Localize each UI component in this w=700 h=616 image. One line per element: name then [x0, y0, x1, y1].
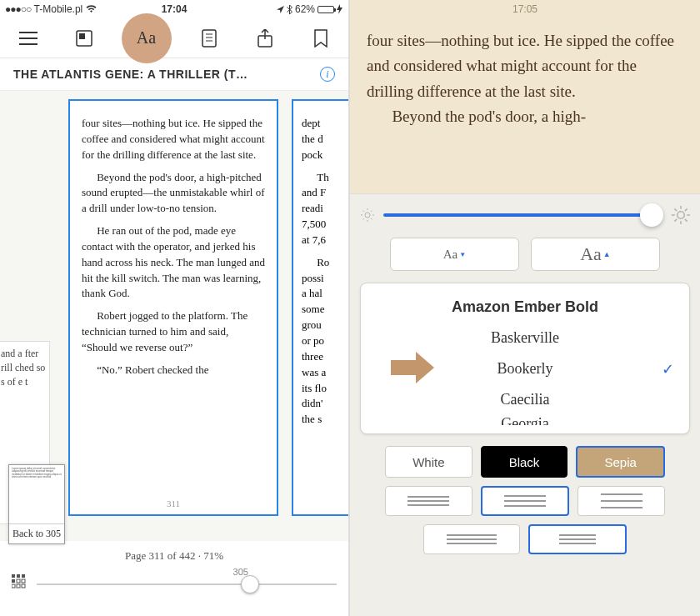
caret-up-icon: ▲: [603, 250, 611, 258]
svg-line-28: [685, 219, 688, 222]
svg-line-30: [685, 208, 688, 211]
right-status-time: 17:05: [350, 0, 700, 18]
spacing-tight-button[interactable]: [385, 486, 472, 516]
font-picker: Amazon Ember BoldBaskervilleBookerly✓Cae…: [360, 283, 690, 434]
display-settings-panel: Aa▼ Aa▲ Amazon Ember BoldBaskervilleBook…: [350, 193, 700, 616]
svg-line-27: [674, 208, 677, 211]
spacing-row: [385, 486, 665, 516]
svg-line-20: [363, 218, 365, 220]
font-option-amazon-ember-bold[interactable]: Amazon Ember Bold: [361, 292, 689, 323]
next-page-sliver[interactable]: deptthe dpock Thand Freadi7,500at 7,6 Ro…: [292, 99, 348, 516]
svg-line-18: [363, 211, 365, 213]
spacing-loose-button[interactable]: [578, 486, 665, 516]
book-title: THE ATLANTIS GENE: A THRILLER (T…: [13, 68, 320, 81]
svg-point-22: [678, 212, 685, 219]
grid-view-button[interactable]: [12, 574, 28, 594]
svg-rect-1: [79, 33, 85, 39]
svg-rect-11: [17, 584, 20, 588]
carrier-label: T-Mobile.pl: [34, 3, 83, 15]
title-row: THE ATLANTIS GENE: A THRILLER (T… i: [0, 58, 348, 91]
brightness-row: [360, 206, 690, 224]
svg-rect-9: [22, 579, 25, 583]
svg-rect-6: [22, 574, 25, 578]
charging-icon: [337, 4, 343, 14]
svg-rect-7: [12, 579, 15, 583]
caret-down-icon: ▼: [459, 251, 466, 258]
display-settings-button[interactable]: Aa: [122, 13, 172, 63]
notes-button[interactable]: [191, 20, 228, 57]
share-button[interactable]: [247, 20, 283, 57]
theme-row: White Black Sepia: [385, 446, 665, 478]
margin-row: [423, 524, 627, 554]
location-icon: [277, 6, 284, 13]
spacing-normal-button[interactable]: [481, 486, 570, 516]
svg-point-13: [365, 213, 370, 218]
svg-rect-4: [12, 574, 15, 578]
info-icon[interactable]: i: [320, 67, 335, 82]
bottom-row: 305: [0, 563, 348, 606]
svg-line-21: [371, 211, 372, 213]
status-time: 17:04: [162, 3, 188, 15]
svg-rect-12: [22, 584, 25, 588]
current-page-card[interactable]: four sites—nothing but ice. He sipped th…: [68, 99, 278, 516]
page-flip-area[interactable]: and a fter rill ched so s of e t four si…: [0, 91, 348, 541]
svg-rect-8: [17, 579, 20, 583]
slider-knob[interactable]: [241, 575, 259, 593]
font-option-baskerville[interactable]: Baskerville: [361, 323, 689, 353]
brightness-slider[interactable]: [383, 213, 663, 217]
svg-rect-10: [12, 584, 15, 588]
battery-pct: 62%: [295, 3, 315, 15]
back-label: Back to 305: [9, 523, 64, 543]
margin-wide-button[interactable]: [528, 524, 627, 554]
theme-black-button[interactable]: Black: [481, 446, 568, 478]
theme-white-button[interactable]: White: [385, 446, 472, 478]
theme-sepia-button[interactable]: Sepia: [576, 446, 665, 478]
battery-icon: [318, 6, 334, 13]
back-to-page-popup[interactable]: Lorem ipsum dolor sit amet consectetur a…: [8, 464, 65, 544]
svg-rect-5: [17, 574, 20, 578]
font-option-caecilia[interactable]: Caecilia: [361, 384, 689, 415]
svg-line-29: [674, 219, 677, 222]
svg-rect-2: [202, 30, 216, 47]
reader-toolbar: Aa: [0, 18, 348, 58]
font-option-georgia[interactable]: Georgia: [361, 415, 689, 425]
page-slider[interactable]: 305: [37, 572, 337, 597]
wifi-icon: [86, 5, 97, 13]
font-option-bookerly[interactable]: Bookerly✓: [361, 353, 689, 384]
brightness-low-icon: [360, 208, 375, 223]
bluetooth-icon: [287, 5, 292, 14]
svg-line-19: [371, 218, 372, 220]
left-status-bar: ●●●○○ T-Mobile.pl 17:04 62%: [0, 0, 348, 18]
page-number: 311: [167, 498, 180, 511]
font-size-larger-button[interactable]: Aa▲: [531, 238, 660, 271]
check-icon: ✓: [662, 360, 674, 378]
reading-preview: four sites—nothing but ice. He sipped th…: [350, 18, 700, 137]
xray-button[interactable]: [66, 20, 102, 57]
brightness-high-icon: [672, 206, 690, 224]
menu-button[interactable]: [10, 20, 47, 57]
left-screenshot: ●●●○○ T-Mobile.pl 17:04 62% Aa THE ATLAN…: [0, 0, 350, 616]
right-screenshot: 17:05 four sites—nothing but ice. He sip…: [350, 0, 700, 616]
font-size-row: Aa▼ Aa▲: [390, 238, 660, 271]
font-size-smaller-button[interactable]: Aa▼: [390, 238, 519, 271]
brightness-knob[interactable]: [640, 203, 663, 227]
page-progress-label: Page 311 of 442 · 71%: [0, 549, 348, 563]
thumbnail: Lorem ipsum dolor sit amet consectetur a…: [9, 465, 64, 523]
margin-narrow-button[interactable]: [423, 524, 520, 554]
signal-dots: ●●●○○: [5, 3, 31, 15]
bookmark-button[interactable]: [302, 20, 339, 57]
